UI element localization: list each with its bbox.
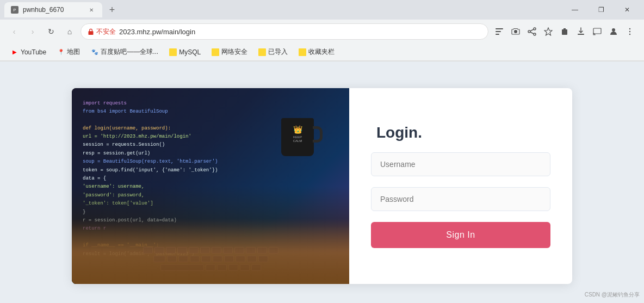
code-line: token = soup.find('input', {'name': '_to… xyxy=(83,166,338,174)
address-bar: ‹ › ↻ ⌂ 不安全 2023.mhz.pw/main/login xyxy=(0,20,644,44)
username-input[interactable] xyxy=(371,152,550,176)
star-icon[interactable] xyxy=(541,24,556,39)
login-form: Login. Sign In xyxy=(349,88,572,284)
svg-point-3 xyxy=(514,30,517,33)
tab-favicon: P xyxy=(11,6,18,14)
svg-point-12 xyxy=(612,28,615,32)
warning-text: 不安全 xyxy=(96,27,116,36)
window-controls: — ❐ ✕ xyxy=(562,0,640,20)
url-text: 2023.mhz.pw/main/login xyxy=(119,28,481,36)
home-button[interactable]: ⌂ xyxy=(62,24,77,39)
youtube-favicon: ▶ xyxy=(11,48,18,56)
share-icon[interactable] xyxy=(524,24,540,39)
page-content: import requestsfrom bs4 import Beautiful… xyxy=(0,61,644,303)
folder-icon xyxy=(212,48,219,56)
code-line: data = { xyxy=(83,175,338,182)
watermark: CSDN @泥鳅钓鱼分享 xyxy=(585,291,640,299)
bookmark-youtube[interactable]: ▶ YouTube xyxy=(7,47,51,58)
code-line: from bs4 import BeautifulSoup xyxy=(83,108,338,115)
password-input[interactable] xyxy=(371,187,550,211)
minimize-button[interactable]: — xyxy=(562,0,587,20)
bookmark-collection[interactable]: 收藏夹栏 xyxy=(294,46,339,58)
refresh-button[interactable]: ↻ xyxy=(44,24,59,39)
coffee-mug: 👑 KEEPCALM xyxy=(281,118,319,162)
svg-line-8 xyxy=(530,32,534,34)
sign-in-button[interactable]: Sign In xyxy=(371,222,550,248)
close-window-button[interactable]: ✕ xyxy=(615,0,640,20)
bookmark-baidu-label: 百度贴吧——全球... xyxy=(101,47,158,57)
mug-body: 👑 KEEPCALM xyxy=(281,118,314,156)
bookmark-collection-label: 收藏夹栏 xyxy=(308,47,335,57)
svg-rect-2 xyxy=(496,34,499,35)
tab-bar: P pwnhub_6670 ✕ + — ❐ ✕ xyxy=(0,0,644,20)
bookmarks-bar: ▶ YouTube 📍 地图 🐾 百度贴吧——全球... MySQL 网络安全 … xyxy=(0,44,644,61)
tab-title: pwnhub_6670 xyxy=(23,6,83,14)
bookmark-mysql-label: MySQL xyxy=(179,48,201,56)
svg-rect-11 xyxy=(593,28,601,34)
svg-point-14 xyxy=(629,31,630,32)
browser-chrome: P pwnhub_6670 ✕ + — ❐ ✕ ‹ › ↻ ⌂ 不安全 2023… xyxy=(0,0,644,61)
svg-rect-10 xyxy=(578,34,584,35)
back-button[interactable]: ‹ xyxy=(7,24,22,39)
search-sidebar-icon[interactable] xyxy=(492,24,507,39)
bookmark-youtube-label: YouTube xyxy=(21,48,46,56)
bookmark-imported[interactable]: 已导入 xyxy=(254,46,292,58)
bookmark-baidu[interactable]: 🐾 百度贴吧——全球... xyxy=(86,46,163,58)
menu-icon[interactable] xyxy=(622,24,637,39)
svg-line-7 xyxy=(530,29,534,31)
extension-icon[interactable] xyxy=(557,24,572,39)
cast-icon[interactable] xyxy=(590,24,605,39)
svg-point-15 xyxy=(629,34,630,35)
bookmark-security[interactable]: 网络安全 xyxy=(207,46,252,58)
bookmark-mysql[interactable]: MySQL xyxy=(165,47,205,58)
folder-icon xyxy=(169,48,177,56)
login-image: import requestsfrom bs4 import Beautiful… xyxy=(72,88,349,284)
security-warning: 不安全 xyxy=(88,27,116,36)
address-input[interactable]: 不安全 2023.mhz.pw/main/login xyxy=(81,23,488,40)
svg-rect-0 xyxy=(496,28,503,29)
svg-point-4 xyxy=(528,30,530,33)
screenshot-icon[interactable] xyxy=(508,24,523,39)
profile-icon[interactable] xyxy=(606,24,621,39)
mug-design: 👑 KEEPCALM xyxy=(286,125,309,144)
hands-overlay xyxy=(72,219,349,284)
close-tab-button[interactable]: ✕ xyxy=(87,5,96,14)
maps-favicon: 📍 xyxy=(57,48,65,56)
folder-icon xyxy=(299,48,306,56)
svg-point-5 xyxy=(534,28,536,30)
new-tab-button[interactable]: + xyxy=(104,2,120,17)
svg-marker-9 xyxy=(544,28,552,35)
svg-point-6 xyxy=(534,33,536,35)
svg-rect-1 xyxy=(496,31,501,32)
active-tab[interactable]: P pwnhub_6670 ✕ xyxy=(4,2,102,17)
login-title: Login. xyxy=(376,124,422,141)
code-line: import requests xyxy=(83,100,338,107)
svg-point-13 xyxy=(629,28,630,29)
mug-handle xyxy=(313,126,323,143)
maximize-button[interactable]: ❐ xyxy=(589,0,614,20)
bookmark-security-label: 网络安全 xyxy=(221,47,247,57)
baidu-favicon: 🐾 xyxy=(91,48,98,56)
toolbar-icons xyxy=(492,24,637,39)
login-card: import requestsfrom bs4 import Beautiful… xyxy=(72,88,572,284)
folder-icon xyxy=(258,48,266,56)
download-icon[interactable] xyxy=(573,24,589,39)
bookmark-maps[interactable]: 📍 地图 xyxy=(53,46,84,58)
bookmark-imported-label: 已导入 xyxy=(268,47,288,57)
forward-button[interactable]: › xyxy=(25,24,40,39)
bookmark-maps-label: 地图 xyxy=(67,47,80,57)
